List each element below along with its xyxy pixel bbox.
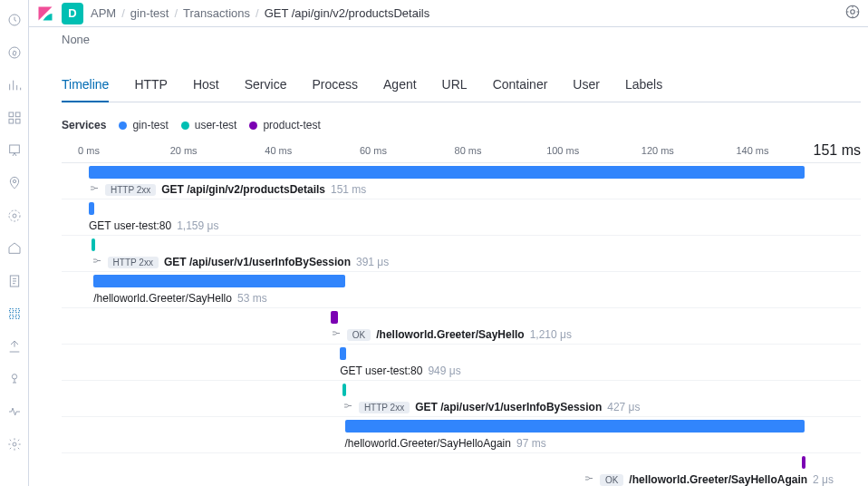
waterfall-plot: HTTP 2xxGET /api/gin/v2/productsDetails1… [62,162,861,486]
span-label: HTTP 2xxGET /api/user/v1/userInfoBySessi… [342,401,641,413]
span-duration: 2 μs [813,473,834,486]
svg-rect-4 [9,119,14,123]
span-bar[interactable] [340,347,345,360]
axis-tick: 140 ms [736,145,768,156]
status-badge: OK [347,329,371,341]
span-duration: 1,159 μs [177,219,218,232]
svg-point-14 [851,10,855,15]
nav-infra-icon[interactable] [4,238,25,259]
span-row[interactable]: OK/helloworld.Greeter/SayHelloAgain2 μs [62,453,861,486]
span-bar[interactable] [802,456,805,469]
span-label: /helloworld.Greeter/SayHelloAgain97 ms [345,437,546,450]
axis-tick: 0 ms [78,145,100,156]
svg-point-1 [9,47,20,58]
legend-dot-icon [119,122,127,130]
tab-timeline[interactable]: Timeline [62,68,109,102]
svg-rect-3 [15,112,20,117]
crumb-transactions[interactable]: Transactions [183,6,250,20]
span-row[interactable]: /helloworld.Greeter/SayHello53 ms [62,272,861,308]
span-bar[interactable] [342,384,346,396]
svg-point-9 [9,210,20,221]
nav-siem-icon[interactable] [4,368,25,390]
span-bar[interactable] [93,275,344,287]
span-name: GET /api/user/v1/userInfoBySession [415,401,602,413]
tab-http[interactable]: HTTP [134,68,168,102]
nav-uptime-icon[interactable] [4,335,25,357]
trace-icon [92,257,102,267]
span-bar[interactable] [345,420,805,433]
span-label: HTTP 2xxGET /api/gin/v2/productsDetails1… [89,183,366,196]
nav-logs-icon[interactable] [4,270,25,292]
legend-dot-icon [181,122,189,130]
span-name: /helloworld.Greeter/SayHelloAgain [629,473,807,486]
tab-container[interactable]: Container [493,68,548,102]
span-row[interactable]: HTTP 2xxGET /api/user/v1/userInfoBySessi… [62,381,861,417]
nav-canvas-icon[interactable] [4,140,25,161]
breadcrumb: APM/ gin-test/ Transactions/ GET /api/gi… [91,6,429,20]
svg-rect-5 [15,119,20,123]
tab-agent[interactable]: Agent [383,68,417,102]
nav-discover-icon[interactable] [4,42,25,63]
axis-tick: 120 ms [641,145,674,156]
tab-host[interactable]: Host [193,68,219,102]
axis-tick: 100 ms [546,145,579,156]
span-label: /helloworld.Greeter/SayHello53 ms [93,292,266,305]
status-badge: HTTP 2xx [359,402,410,413]
span-bar[interactable] [89,166,805,179]
legend-user[interactable]: user-test [181,119,237,131]
trace-icon [89,184,100,195]
span-row[interactable]: HTTP 2xxGET /api/gin/v2/productsDetails1… [62,163,861,199]
span-name: /helloworld.Greeter/SayHelloAgain [345,437,511,450]
axis-tick: 20 ms [170,145,198,156]
tab-url[interactable]: URL [442,68,468,102]
legend-product[interactable]: product-test [249,119,320,131]
tab-labels[interactable]: Labels [625,68,662,102]
feedback-icon[interactable] [844,4,861,23]
kibana-logo-icon [36,5,54,23]
nav-dashboard-icon[interactable] [4,107,25,129]
span-name: /helloworld.Greeter/SayHello [93,292,232,305]
svg-point-7 [13,180,15,182]
svg-rect-6 [9,145,19,153]
space-badge[interactable]: D [62,3,83,24]
left-nav [0,0,29,486]
nav-recent-icon[interactable] [4,9,25,31]
span-name: GET /api/gin/v2/productsDetails [161,183,325,196]
axis-tick: 40 ms [265,145,292,156]
tab-user[interactable]: User [573,68,600,102]
span-row[interactable]: GET user-test:80949 μs [62,345,861,381]
span-label: HTTP 2xxGET /api/user/v1/userInfoBySessi… [92,256,390,268]
crumb-current: GET /api/gin/v2/productsDetails [265,6,430,20]
crumb-service[interactable]: gin-test [130,6,169,20]
span-label: GET user-test:80949 μs [340,364,460,377]
nav-visualize-icon[interactable] [4,74,25,96]
crumb-apm[interactable]: APM [91,6,116,20]
nav-maps-icon[interactable] [4,172,25,194]
span-bar[interactable] [331,311,338,324]
span-row[interactable]: GET user-test:801,159 μs [62,199,861,236]
svg-point-8 [13,214,16,218]
span-row[interactable]: /helloworld.Greeter/SayHelloAgain97 ms [62,417,861,453]
nav-dev-icon[interactable] [4,401,25,423]
axis-tick: 80 ms [455,145,482,156]
span-label: GET user-test:801,159 μs [89,219,218,232]
span-duration: 427 μs [607,401,640,413]
services-legend: Services gin-test user-test product-test [62,102,861,139]
top-header: D APM/ gin-test/ Transactions/ GET /api/… [29,0,868,27]
services-label: Services [62,119,106,131]
nav-management-icon[interactable] [4,433,25,455]
span-bar[interactable] [92,238,95,251]
span-row[interactable]: OK/helloworld.Greeter/SayHello1,210 μs [62,308,861,345]
tab-process[interactable]: Process [312,68,358,102]
legend-gin[interactable]: gin-test [119,119,168,131]
span-bar[interactable] [89,202,94,215]
span-name: GET user-test:80 [89,219,171,232]
status-badge: OK [600,474,623,486]
svg-point-11 [12,374,16,379]
tab-service[interactable]: Service [245,68,287,102]
span-row[interactable]: HTTP 2xxGET /api/user/v1/userInfoBySessi… [62,236,861,272]
nav-ml-icon[interactable] [4,205,25,227]
trace-icon [583,474,594,485]
nav-apm-icon[interactable] [4,303,25,325]
span-duration: 53 ms [237,292,267,305]
